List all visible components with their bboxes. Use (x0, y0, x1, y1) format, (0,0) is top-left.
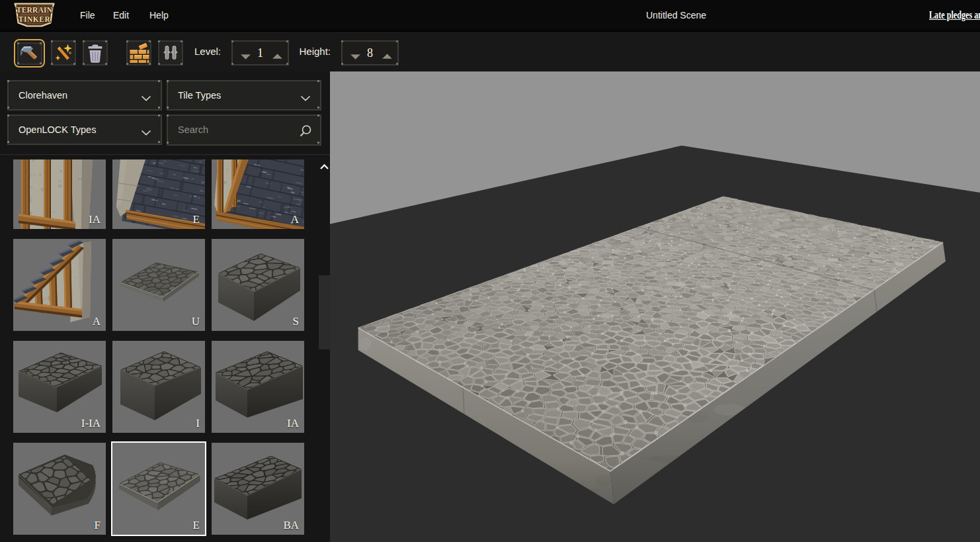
svg-text:TERRAIN: TERRAIN (17, 6, 53, 14)
svg-text:TINKER: TINKER (19, 15, 51, 23)
